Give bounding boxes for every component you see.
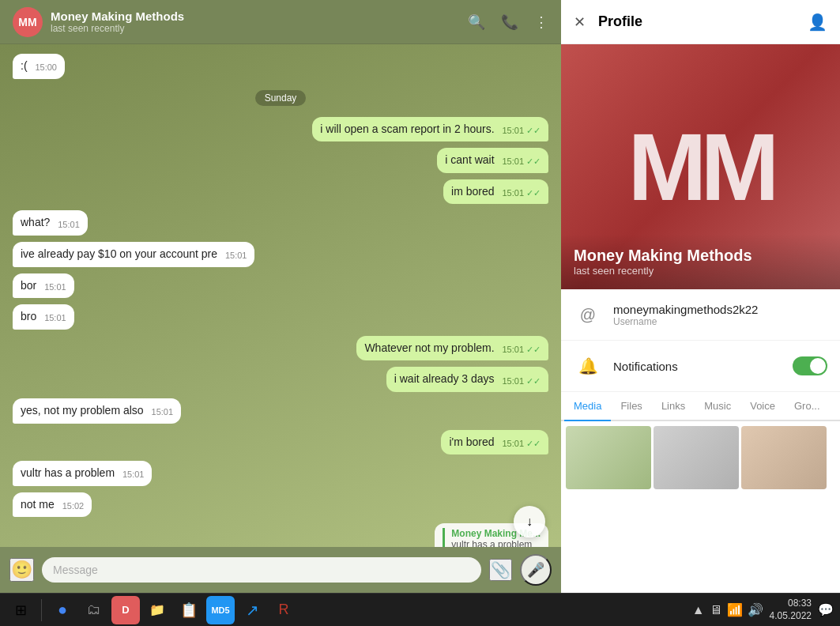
message-bubble: i'm bored 15:01 ✓✓ (441, 430, 548, 455)
message-bubble: bro 15:01 (13, 304, 74, 330)
arrow-app-icon[interactable]: ↗ (238, 596, 266, 624)
message-input-area: 🙂 📎 🎤 (0, 547, 561, 593)
table-row: bro 15:01 (13, 304, 548, 330)
profile-display-name: Money Making Methods (574, 247, 827, 265)
clipboard-icon[interactable]: 📋 (175, 596, 203, 624)
profile-cover: MM Money Making Methods last seen recent… (561, 44, 840, 289)
table-row: ive already pay $10 on your account pre … (13, 242, 548, 267)
message-bubble: i wait already 3 days 15:01 ✓✓ (386, 367, 548, 392)
notification-center-button[interactable]: 💬 (818, 602, 834, 617)
mic-icon: 🎤 (527, 561, 544, 579)
message-bubble: :( 15:00 (13, 54, 65, 79)
phone-icon[interactable]: 📞 (501, 13, 518, 31)
clock: 08:33 4.05.2022 (770, 598, 812, 622)
taskbar-separator (41, 599, 42, 621)
clock-date: 4.05.2022 (770, 610, 812, 623)
clock-time: 08:33 (770, 598, 812, 610)
chat-panel: MM Money Making Methods last seen recent… (0, 0, 561, 593)
message-bubble: ive already pay $10 on your account pre … (13, 242, 254, 267)
day-separator: Sunday (13, 90, 548, 106)
table-row: i'm bored 15:01 ✓✓ (13, 430, 548, 455)
profile-last-seen: last seen recently (574, 265, 827, 277)
chat-header: MM Money Making Methods last seen recent… (0, 0, 561, 44)
finder-icon[interactable]: 🗂 (80, 596, 108, 624)
message-bubble: i will open a scam report in 2 hours. 15… (312, 117, 548, 142)
username-row: @ moneymakingmethods2k22 Username (561, 289, 840, 341)
table-row: not me 15:02 (13, 492, 548, 518)
tab-groups[interactable]: Gro... (785, 392, 830, 420)
dict-icon[interactable]: D (111, 596, 140, 624)
media-thumbnail[interactable] (654, 426, 739, 489)
taskbar: ⊞ ● 🗂 D 📁 📋 MD5 ↗ R ▲ 🖥 📶 🔊 08:33 4.05.2… (0, 593, 840, 626)
day-badge: Sunday (255, 90, 307, 106)
message-bubble: Whatever not my problem. 15:01 ✓✓ (356, 336, 548, 361)
media-thumbnail[interactable] (566, 426, 651, 489)
emoji-button[interactable]: 🙂 (9, 558, 34, 582)
table-row: vultr has a problem 15:01 (13, 461, 548, 486)
chevron-down-icon: ↓ (526, 515, 533, 529)
expand-tray-icon[interactable]: ▲ (692, 603, 705, 617)
username-label: Username (613, 316, 827, 327)
profile-header: ✕ Profile 👤 (561, 0, 840, 44)
table-row: i wait already 3 days 15:01 ✓✓ (13, 367, 548, 392)
message-input[interactable] (42, 557, 481, 583)
table-row: bor 15:01 (13, 273, 548, 299)
tab-music[interactable]: Music (695, 392, 740, 420)
taskbar-right: ▲ 🖥 📶 🔊 08:33 4.05.2022 💬 (692, 598, 834, 622)
red-app-icon[interactable]: R (269, 596, 298, 624)
username-value: moneymakingmethods2k22 (613, 303, 827, 316)
search-icon[interactable]: 🔍 (468, 13, 485, 31)
table-row: :( 15:00 (13, 54, 548, 79)
scroll-down-button[interactable]: ↓ (514, 506, 545, 537)
table-row: i will open a scam report in 2 hours. 15… (13, 117, 548, 142)
message-bubble: vultr has a problem 15:01 (13, 461, 152, 486)
more-icon[interactable]: ⋮ (534, 13, 548, 31)
message-bubble: what? 15:01 (13, 210, 88, 236)
at-icon: @ (574, 300, 602, 329)
message-bubble: yes, not my problem also 15:01 (13, 398, 181, 424)
start-button[interactable]: ⊞ (6, 596, 35, 624)
tab-links[interactable]: Links (652, 392, 695, 420)
chat-status: last seen recently (51, 23, 468, 34)
profile-details: @ moneymakingmethods2k22 Username 🔔 Noti… (561, 289, 840, 392)
chat-title-block: Money Making Methods last seen recently (51, 9, 468, 34)
profile-cover-text: MM (628, 119, 774, 214)
chat-avatar: MM (13, 7, 43, 37)
profile-panel: ✕ Profile 👤 MM Money Making Methods last… (561, 0, 840, 593)
bell-icon: 🔔 (574, 352, 602, 380)
attach-button[interactable]: 📎 (489, 559, 512, 581)
tab-media[interactable]: Media (564, 392, 611, 421)
monitor-icon[interactable]: 🖥 (710, 603, 722, 617)
notifications-row: 🔔 Notifications (561, 341, 840, 392)
media-grid (561, 421, 840, 494)
mic-button[interactable]: 🎤 (520, 554, 552, 586)
message-bubble: im bored 15:01 ✓✓ (443, 179, 548, 205)
md5-icon[interactable]: MD5 (206, 596, 235, 624)
messages-area[interactable]: :( 15:00 Sunday i will open a scam repor… (0, 44, 561, 547)
profile-info-overlay: Money Making Methods last seen recently (561, 234, 840, 289)
notifications-label: Notifications (613, 360, 793, 373)
table-row: what? 15:01 (13, 210, 548, 236)
message-bubble: i cant wait 15:01 ✓✓ (437, 148, 548, 173)
chrome-icon[interactable]: ● (48, 596, 77, 624)
person-icon[interactable]: 👤 (808, 13, 827, 32)
system-tray: ▲ 🖥 📶 🔊 (692, 602, 763, 617)
table-row: im bored 15:01 ✓✓ (13, 179, 548, 205)
network-icon[interactable]: 📶 (727, 602, 743, 617)
chat-name: Money Making Methods (51, 9, 468, 23)
table-row: Money Making Me... vultr has a problem (13, 523, 548, 547)
table-row: yes, not my problem also 15:01 (13, 398, 548, 424)
media-thumbnail[interactable] (741, 426, 827, 489)
header-icons: 🔍 📞 ⋮ (468, 13, 548, 31)
tab-voice[interactable]: Voice (740, 392, 785, 420)
message-bubble: bor 15:01 (13, 273, 74, 299)
message-bubble: not me 15:02 (13, 492, 92, 518)
table-row: Whatever not my problem. 15:01 ✓✓ (13, 336, 548, 361)
media-tabs: Media Files Links Music Voice Gro... (561, 392, 840, 421)
notifications-toggle[interactable] (793, 356, 827, 375)
table-row: i cant wait 15:01 ✓✓ (13, 148, 548, 173)
red-folder-icon[interactable]: 📁 (143, 596, 171, 624)
tab-files[interactable]: Files (611, 392, 651, 420)
volume-icon[interactable]: 🔊 (748, 602, 763, 617)
close-button[interactable]: ✕ (574, 13, 586, 31)
